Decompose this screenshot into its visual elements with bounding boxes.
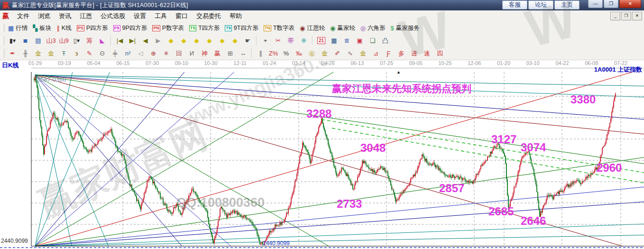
print-icon[interactable]: 凸 <box>379 35 392 46</box>
chip-distribution-icon[interactable]: 筹 <box>83 35 96 46</box>
next-page-icon[interactable]: ▶ <box>152 35 165 46</box>
golden-section-h-icon[interactable]: 金 <box>32 48 45 59</box>
memo-icon[interactable]: ≣ <box>340 35 353 46</box>
prev-page-icon[interactable]: ◀ <box>139 35 152 46</box>
golden-section-v-icon[interactable]: 金 <box>45 48 57 59</box>
cycle-circle-icon[interactable]: Θ <box>96 48 109 59</box>
percent-icon[interactable]: % <box>280 48 293 59</box>
four-line-icon[interactable]: 四 <box>433 48 446 59</box>
minor-cycle-9-icon[interactable]: 山9 <box>57 35 70 46</box>
golden-slash-icon[interactable]: 金 <box>357 48 369 59</box>
x-axis-date: 09-05 <box>409 60 423 66</box>
tool-quotes[interactable]: ▦行情 <box>6 24 31 33</box>
child-close-button[interactable]: ✕ <box>632 12 642 20</box>
info-f10-icon[interactable]: ▤ <box>32 35 45 46</box>
spiral-icon[interactable]: ϶ <box>70 48 83 59</box>
kline-period-icon[interactable]: ▮▾ <box>6 35 19 46</box>
menu-帮助[interactable]: 帮助 <box>225 11 246 21</box>
menu-文件[interactable]: 文件 <box>13 11 34 21</box>
speed-line-icon[interactable]: 速 <box>421 48 433 59</box>
tool-t-square[interactable]: TST四方形 <box>187 24 223 33</box>
tool-p-square[interactable]: PSP四方形 <box>75 24 111 33</box>
copy-screen-icon[interactable]: ❏ <box>366 35 379 46</box>
winner-ruler-icon[interactable]: 赢 <box>211 48 224 59</box>
wave-line-icon[interactable]: ∿ <box>344 48 357 59</box>
gann-expand-icon[interactable]: ◆ <box>190 35 203 46</box>
last-page-icon[interactable]: ▶| <box>126 35 139 46</box>
menu-窗口[interactable]: 窗口 <box>171 11 192 21</box>
menu-工具[interactable]: 工具 <box>150 11 171 21</box>
tool-t-number-table[interactable]: TNT数字表 <box>262 24 298 33</box>
customer-service-button[interactable]: 客服 <box>502 0 527 9</box>
chart-mode-icon[interactable]: ◙ <box>19 35 32 46</box>
child-restore-button[interactable]: ❐ <box>621 12 631 20</box>
color-paint-icon[interactable]: ◣ <box>96 35 109 46</box>
t-number-table-label: T数字表 <box>273 24 294 32</box>
tool-hexagon[interactable]: ◎六角形 <box>359 24 389 33</box>
tool-p9-square[interactable]: P99P四方形 <box>111 24 151 33</box>
gann-shift-left-icon[interactable]: ◆ <box>165 35 177 46</box>
tool-winner-service[interactable]: $赢家服务 <box>389 24 423 33</box>
menu-交易委托[interactable]: 交易委托 <box>192 11 225 21</box>
gann-ruler-icon[interactable]: ╫ <box>19 48 32 59</box>
advance-line-icon[interactable]: 进 <box>408 48 421 59</box>
tool-winner-wheel[interactable]: ◉赢家轮 <box>328 24 359 33</box>
zigzag-wave-icon[interactable]: И <box>185 48 198 59</box>
minor-cycle-3-icon[interactable]: 山3 <box>45 35 57 46</box>
fibonacci-time-icon[interactable]: Ŧ <box>57 48 70 59</box>
child-minimize-button[interactable]: _ <box>610 12 620 20</box>
golden-circle-icon[interactable]: ㊎ <box>305 48 318 59</box>
tool-t9-square[interactable]: T99T四方形 <box>223 24 262 33</box>
tool-p-number-table[interactable]: PNP数字表 <box>150 24 187 33</box>
homepage-button[interactable]: 主页 <box>554 0 580 9</box>
parallel-lines-icon[interactable]: ∥ <box>254 48 267 59</box>
gann-shift-right-icon[interactable]: ◆ <box>177 35 190 46</box>
candle-style-icon[interactable]: ▯▾ <box>70 35 83 46</box>
draw-line-icon[interactable]: ✐ <box>331 48 344 59</box>
x-axis-date: 03-14 <box>292 60 305 66</box>
tool-kline[interactable]: ∥K线 <box>55 24 74 33</box>
menu-资讯[interactable]: 资讯 <box>55 11 75 21</box>
menu-公式选股[interactable]: 公式选股 <box>96 11 129 21</box>
restore-button[interactable]: ❐ <box>604 0 618 8</box>
magic-ruler-icon[interactable]: 神 <box>198 48 211 59</box>
gann-target-icon[interactable]: ⊕ <box>147 48 160 59</box>
close-button[interactable]: ✕ <box>619 0 641 8</box>
menu-江恩[interactable]: 江恩 <box>75 11 96 21</box>
crosshair-icon[interactable]: + <box>259 35 272 46</box>
angle-flag-icon[interactable]: ◁ <box>134 48 147 59</box>
tool-sectors[interactable]: ▚板块 <box>31 24 55 33</box>
gann-compress-icon[interactable]: ◆ <box>203 35 216 46</box>
gann-box-icon[interactable]: 回 <box>173 48 185 59</box>
draw-pen-icon[interactable]: ✒ <box>6 48 19 59</box>
first-page-icon[interactable]: |◀ <box>113 35 126 46</box>
percent-line-icon[interactable]: ‰ <box>293 48 305 59</box>
gann-fit-icon[interactable]: ◆ <box>216 35 229 46</box>
multi-angle-icon[interactable]: 多 <box>395 48 408 59</box>
chart-canvas[interactable]: 赢家财富网www.yingjia360.comQQ:100800360赢家江恩未… <box>0 61 644 249</box>
calculator-icon[interactable]: ▦ <box>328 35 340 46</box>
f-angle-icon[interactable]: Ƒ <box>382 48 395 59</box>
cut-tool-icon[interactable]: ✂ <box>272 35 285 46</box>
gann-all-icon[interactable]: ◆ <box>229 35 241 46</box>
menu-设置[interactable]: 设置 <box>129 11 150 21</box>
tool-gann-wheel[interactable]: ◉江恩轮 <box>298 24 328 33</box>
square-numbers-icon[interactable]: n² <box>121 48 134 59</box>
star-rays-icon[interactable]: ✳ <box>160 48 173 59</box>
grid-ruler-icon[interactable]: ⊞ <box>224 48 237 59</box>
y-angle-icon[interactable]: ⊿ <box>369 48 382 59</box>
drag-hand-icon[interactable]: ☛ <box>241 35 254 46</box>
golden-line-icon[interactable]: 金 <box>318 48 331 59</box>
band-tool-icon[interactable]: 带 <box>285 35 297 46</box>
save-icon[interactable]: ▣ <box>353 35 366 46</box>
p-square-label: P四方形 <box>86 24 108 32</box>
smart-analysis-icon[interactable]: ❊ <box>297 35 310 46</box>
percent-z-icon[interactable]: Z% <box>267 48 280 59</box>
calendar-icon[interactable]: 21 <box>315 35 328 46</box>
menu-浏览[interactable]: 浏览 <box>34 11 55 21</box>
measure-width-icon[interactable]: ↔ <box>237 48 249 59</box>
minimize-button[interactable]: — <box>588 0 603 8</box>
forum-button[interactable]: 论坛 <box>528 0 553 9</box>
mark-pen-icon[interactable]: ✎ <box>83 48 96 59</box>
time-ruler-icon[interactable]: ╪ <box>109 48 121 59</box>
